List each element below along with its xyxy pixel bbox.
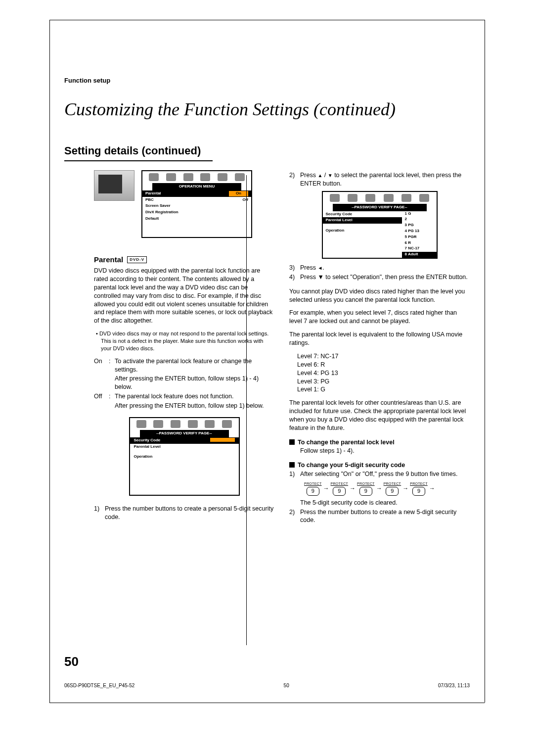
on-definition: On : To activate the parental lock featu… xyxy=(94,357,274,374)
menu-icon xyxy=(365,194,375,202)
levels-box-title: --PASSWORD VERIFY PAGE-- xyxy=(333,204,427,211)
levels-row-parental: Parental Level xyxy=(323,217,402,224)
menu-icon xyxy=(153,420,163,428)
change-code-step-1: 1) After selecting "On" or "Off," press … xyxy=(289,470,470,478)
change-level-heading: To change the parental lock level xyxy=(289,438,470,447)
digit-9-button: 9 xyxy=(333,487,346,496)
menu-row-default: Default xyxy=(142,216,251,222)
footer-doc-id: 06SD-P90DTSE_E_EU_P45-52 xyxy=(64,683,134,688)
rating-4: 4 PG 13 xyxy=(402,229,437,235)
menu-icon xyxy=(419,194,429,202)
change-code-heading: To change your 5-digit security code xyxy=(289,461,470,470)
menu-row-screensaver: Screen Saver xyxy=(142,203,251,209)
left-step-1: 1) Press the number buttons to create a … xyxy=(94,505,274,521)
menu-icon xyxy=(183,173,193,181)
up-arrow-icon xyxy=(317,172,322,179)
left-arrow-icon xyxy=(317,264,322,271)
parental-section-title: Parental DVD-V xyxy=(94,255,274,265)
menu-icon xyxy=(149,173,159,181)
right-column: 2) Press / to select the parental lock l… xyxy=(289,170,470,525)
parental-description: DVD video discs equipped with the parent… xyxy=(94,267,274,325)
menu-row-pbc: PBC Off xyxy=(142,197,251,203)
digit-sequence: PROTECT9 → PROTECT9 → PROTECT9 → PROTECT… xyxy=(304,481,470,495)
operation-menu-box: OPERATION MENU Parental On PBC Off Scree… xyxy=(141,170,252,238)
code-cleared-text: The 5-digit security code is cleared. xyxy=(300,499,470,507)
arrow-right-icon: → xyxy=(402,484,408,492)
subheading: Setting details (continued) xyxy=(64,144,213,161)
menu-icon xyxy=(205,420,215,428)
footer: 06SD-P90DTSE_E_EU_P45-52 50 07/3/23, 11:… xyxy=(64,683,470,688)
tv-thumbnail-icon xyxy=(94,170,134,201)
digit-9-button: 9 xyxy=(412,487,425,496)
rating-6: 6 R xyxy=(402,240,437,246)
change-code-step-2: 2) Press the number buttons to create a … xyxy=(289,508,470,525)
footer-timestamp: 07/3/23, 11:13 xyxy=(438,683,470,688)
digit-9-button: 9 xyxy=(386,487,399,496)
rating-5: 5 PGR xyxy=(402,235,437,240)
rating-1: 1 G xyxy=(402,211,437,217)
off-definition: Off : The parental lock feature does not… xyxy=(94,392,274,401)
menu-icon xyxy=(188,420,198,428)
security-code-field xyxy=(210,438,235,442)
menu-icon xyxy=(171,420,180,428)
page-number: 50 xyxy=(64,654,79,669)
menu-icon xyxy=(235,173,245,181)
left-column: OPERATION MENU Parental On PBC Off Scree… xyxy=(94,170,274,525)
column-divider xyxy=(246,175,247,645)
down-arrow-icon xyxy=(328,172,333,179)
operation-menu-figure: OPERATION MENU Parental On PBC Off Scree… xyxy=(94,170,274,238)
menu-icon xyxy=(136,420,146,428)
menu-icon xyxy=(384,194,394,202)
menu-icon xyxy=(218,173,227,181)
menu-row-parental: Parental On xyxy=(142,190,251,197)
password-verify-box-2: --PASSWORD VERIFY PAGE-- Security Code P… xyxy=(322,191,438,259)
off-definition-cont: After pressing the ENTER button, follow … xyxy=(115,402,274,410)
parental-note: • DVD video discs may or may not respond… xyxy=(101,330,274,352)
section-label: Function setup xyxy=(64,77,470,84)
change-level-text: Follow steps 1) - 4). xyxy=(300,447,470,455)
rating-8: 8 Adult xyxy=(402,252,437,258)
rating-2: 2 xyxy=(402,217,437,223)
operation-menu-title: OPERATION MENU xyxy=(152,183,241,190)
other-countries-text: The parental lock levels for other count… xyxy=(289,399,470,432)
menu-icon xyxy=(166,173,176,181)
levels-row-security: Security Code xyxy=(323,211,402,218)
menu-icon xyxy=(222,420,232,428)
arrow-right-icon: → xyxy=(323,484,329,492)
digit-9-button: 9 xyxy=(359,487,372,496)
square-bullet-icon xyxy=(289,462,295,468)
right-step-3: 3) Press . xyxy=(289,264,470,272)
menu-icon xyxy=(330,194,340,202)
menu-row-divx: DivX Registration xyxy=(142,209,251,216)
example-text: For example, when you select level 7, di… xyxy=(289,309,470,326)
menu-icon xyxy=(401,194,411,202)
pw-row-parental-level: Parental Level xyxy=(130,444,239,450)
dvd-v-badge: DVD-V xyxy=(127,256,147,264)
menu-icon xyxy=(348,194,357,202)
digit-9-button: 9 xyxy=(307,487,319,496)
usa-ratings-list: Level 7: NC-17 Level 6: R Level 4: PG 13… xyxy=(297,352,470,394)
rating-7: 7 NC-17 xyxy=(402,246,437,252)
cannot-play-text: You cannot play DVD video discs rated hi… xyxy=(289,287,470,304)
pw-box-title: --PASSWORD VERIFY PAGE-- xyxy=(140,430,229,437)
on-definition-cont: After pressing the ENTER button, follow … xyxy=(115,375,274,391)
levels-row-operation: Operation xyxy=(323,228,402,234)
usa-ratings-intro: The parental lock level is equivalent to… xyxy=(289,331,470,347)
arrow-right-icon: → xyxy=(376,484,382,492)
page-title: Customizing the Function Settings (conti… xyxy=(64,99,470,120)
pw-row-security-code: Security Code xyxy=(130,437,239,444)
arrow-right-icon: → xyxy=(429,484,435,492)
arrow-right-icon: → xyxy=(350,484,356,492)
right-step-4: 4) Press ▼ to select "Operation", then p… xyxy=(289,273,470,282)
password-verify-box-1: --PASSWORD VERIFY PAGE-- Security Code P… xyxy=(129,417,240,496)
square-bullet-icon xyxy=(289,439,295,445)
pw-row-operation: Operation xyxy=(130,454,239,460)
footer-page: 50 xyxy=(284,683,289,688)
rating-3: 3 PG xyxy=(402,223,437,229)
right-step-2: 2) Press / to select the parental lock l… xyxy=(289,171,470,188)
menu-icon xyxy=(200,173,210,181)
